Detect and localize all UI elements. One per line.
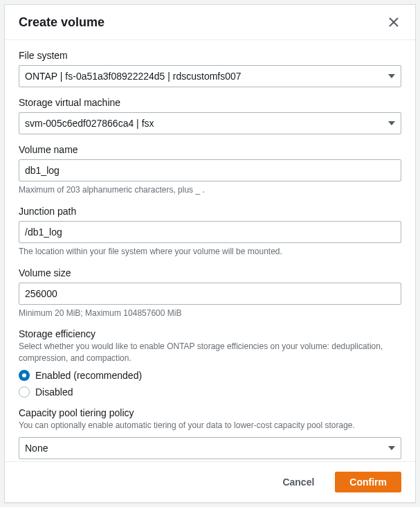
volume-name-group: Volume name Maximum of 203 alphanumeric … xyxy=(19,144,401,196)
volume-size-label: Volume size xyxy=(19,267,401,278)
svm-value: svm-005c6edf027866ca4 | fsx xyxy=(25,118,154,129)
svm-group: Storage virtual machine svm-005c6edf0278… xyxy=(19,97,401,134)
cancel-button[interactable]: Cancel xyxy=(268,472,328,492)
volume-size-group: Volume size Minimum 20 MiB; Maximum 1048… xyxy=(19,267,401,319)
svm-label: Storage virtual machine xyxy=(19,97,401,108)
radio-enabled-label: Enabled (recommended) xyxy=(35,370,142,381)
file-system-label: File system xyxy=(19,50,401,61)
close-button[interactable] xyxy=(386,15,401,30)
radio-disabled[interactable]: Disabled xyxy=(19,386,401,398)
caret-down-icon xyxy=(388,74,395,78)
radio-enabled[interactable]: Enabled (recommended) xyxy=(19,370,401,381)
close-icon xyxy=(389,17,399,27)
radio-unchecked-icon xyxy=(19,386,30,398)
modal-title: Create volume xyxy=(19,15,104,30)
tiering-helper: You can optionally enable automatic tier… xyxy=(19,420,401,432)
file-system-group: File system ONTAP | fs-0a51a3f08922224d5… xyxy=(19,50,401,87)
storage-efficiency-group: Storage efficiency Select whether you wo… xyxy=(19,328,401,398)
radio-disabled-label: Disabled xyxy=(35,386,73,398)
confirm-button[interactable]: Confirm xyxy=(335,472,401,492)
volume-name-label: Volume name xyxy=(19,144,401,155)
modal-footer: Cancel Confirm xyxy=(5,461,415,502)
tiering-select[interactable]: None xyxy=(19,437,401,459)
storage-efficiency-label: Storage efficiency xyxy=(19,328,401,339)
modal-header: Create volume xyxy=(5,5,415,40)
junction-path-group: Junction path The location within your f… xyxy=(19,206,401,258)
junction-path-input[interactable] xyxy=(19,221,401,243)
junction-path-helper: The location within your file system whe… xyxy=(19,246,401,258)
create-volume-modal: Create volume File system ONTAP | fs-0a5… xyxy=(4,4,416,503)
volume-size-input[interactable] xyxy=(19,283,401,305)
svm-select[interactable]: svm-005c6edf027866ca4 | fsx xyxy=(19,112,401,134)
tiering-group: Capacity pool tiering policy You can opt… xyxy=(19,407,401,459)
volume-name-helper: Maximum of 203 alphanumeric characters, … xyxy=(19,184,401,196)
volume-name-input[interactable] xyxy=(19,159,401,181)
caret-down-icon xyxy=(388,446,395,450)
tiering-label: Capacity pool tiering policy xyxy=(19,407,401,418)
volume-size-helper: Minimum 20 MiB; Maximum 104857600 MiB xyxy=(19,308,401,319)
caret-down-icon xyxy=(388,121,395,125)
modal-body: File system ONTAP | fs-0a51a3f08922224d5… xyxy=(5,40,415,461)
junction-path-label: Junction path xyxy=(19,206,401,217)
radio-checked-icon xyxy=(19,370,30,381)
file-system-value: ONTAP | fs-0a51a3f08922224d5 | rdscustom… xyxy=(25,71,241,82)
storage-efficiency-radios: Enabled (recommended) Disabled xyxy=(19,370,401,398)
file-system-select[interactable]: ONTAP | fs-0a51a3f08922224d5 | rdscustom… xyxy=(19,65,401,87)
tiering-value: None xyxy=(25,443,48,454)
storage-efficiency-helper: Select whether you would like to enable … xyxy=(19,341,401,364)
